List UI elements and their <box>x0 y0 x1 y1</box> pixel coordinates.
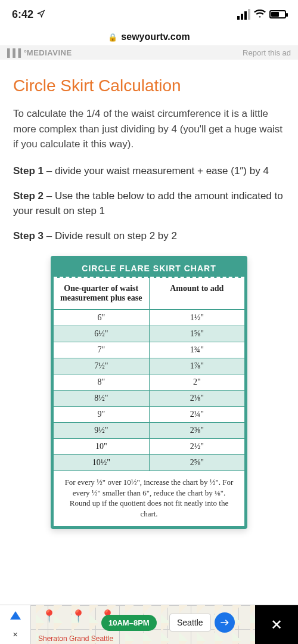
cell-add: 2¼" <box>150 407 245 423</box>
cell-add: 2⅝" <box>150 455 245 471</box>
chart-col1-header: One-quarter of waist measurement plus ea… <box>54 278 150 310</box>
cell-measure: 10" <box>54 439 150 455</box>
intro-paragraph: To calculate the 1/4 of the waist circum… <box>13 106 285 152</box>
chart-header-row: One-quarter of waist measurement plus ea… <box>54 278 244 310</box>
ad-left-strip: ✕ <box>0 605 31 644</box>
cell-measure: 8" <box>54 374 150 391</box>
status-time: 6:42 <box>12 8 33 21</box>
table-row: 10"2½" <box>54 439 244 455</box>
table-row: 7"1¾" <box>54 342 244 358</box>
map-pin-icon: 📍 <box>42 609 57 623</box>
page-title: Circle Skirt Calculation <box>13 76 285 95</box>
step-3: Step 3 – Divide result on step 2 by 2 <box>13 229 285 244</box>
directions-button[interactable] <box>215 612 235 633</box>
table-row: 10½"2⅝" <box>54 455 244 471</box>
play-icon[interactable] <box>10 611 21 620</box>
article-content: Circle Skirt Calculation To calculate th… <box>0 60 298 529</box>
chart-footnote: For every ½" over 10½", increase the cha… <box>54 471 244 526</box>
cell-measure: 10½" <box>54 455 150 471</box>
cell-add: 1⅝" <box>150 326 245 342</box>
cell-measure: 6" <box>54 310 150 326</box>
cell-add: 2" <box>150 374 245 391</box>
wifi-icon <box>254 8 266 21</box>
battery-icon <box>269 10 286 18</box>
chart-body: 6"1½"6½"1⅝"7"1¾"7½"1⅞"8"2"8½"2⅛"9"2¼"9½"… <box>54 310 244 471</box>
table-row: 8"2" <box>54 374 244 391</box>
cell-add: 2⅛" <box>150 391 245 407</box>
chart-col2-header: Amount to add <box>150 278 245 310</box>
ad-caption: Sheraton Grand Seattle <box>38 634 113 643</box>
cell-add: 1½" <box>150 310 245 326</box>
ad-network-bar: ▌▌▌°MEDIAVINE Report this ad <box>0 45 298 60</box>
cell-add: 1¾" <box>150 342 245 358</box>
table-row: 9"2¼" <box>54 407 244 423</box>
step-1: Step 1 – divide your waist measurement +… <box>13 164 285 179</box>
location-services-icon <box>37 8 45 21</box>
cell-measure: 9½" <box>54 423 150 439</box>
flare-skirt-chart: CIRCLE FLARE SKIRT CHART One-quarter of … <box>51 256 247 529</box>
lock-icon: 🔒 <box>108 33 117 42</box>
cell-measure: 9" <box>54 407 150 423</box>
cellular-signal-icon <box>237 9 250 20</box>
ad-map-area[interactable]: ✕ 📍 📍 📍 10AM–8PM Seattle Sheraton Grand … <box>0 605 255 644</box>
status-bar: 6:42 <box>0 0 298 29</box>
table-row: 9½"2⅜" <box>54 423 244 439</box>
city-chip[interactable]: Seattle <box>169 614 211 631</box>
table-row: 6"1½" <box>54 310 244 326</box>
page-domain: sewyourtv.com <box>121 32 190 42</box>
cell-add: 2½" <box>150 439 245 455</box>
browser-address-bar[interactable]: 🔒 sewyourtv.com <box>0 29 298 45</box>
bottom-banner-ad[interactable]: ✕ 📍 📍 📍 10AM–8PM Seattle Sheraton Grand … <box>0 605 298 644</box>
report-ad-link[interactable]: Report this ad <box>243 48 291 57</box>
table-row: 7½"1⅞" <box>54 358 244 374</box>
cell-add: 2⅜" <box>150 423 245 439</box>
table-row: 8½"2⅛" <box>54 391 244 407</box>
ad-network-logo: ▌▌▌°MEDIAVINE <box>7 48 72 57</box>
map-pin-icon: 📍 <box>71 609 86 623</box>
cell-measure: 8½" <box>54 391 150 407</box>
close-ad-button[interactable]: ✕ <box>255 605 298 644</box>
chart-title: CIRCLE FLARE SKIRT CHART <box>54 259 244 278</box>
cell-measure: 6½" <box>54 326 150 342</box>
cell-add: 1⅞" <box>150 358 245 374</box>
table-row: 6½"1⅝" <box>54 326 244 342</box>
step-2: Step 2 – Use the table below to add the … <box>13 189 285 218</box>
cell-measure: 7½" <box>54 358 150 374</box>
cell-measure: 7" <box>54 342 150 358</box>
ad-close-icon[interactable]: ✕ <box>13 631 18 639</box>
hours-pill[interactable]: 10AM–8PM <box>101 615 157 631</box>
